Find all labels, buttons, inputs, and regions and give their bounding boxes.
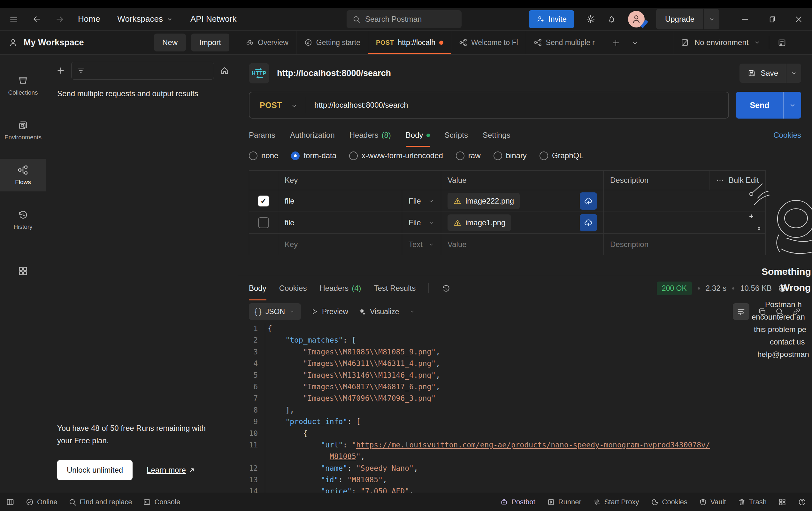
response-tab-body[interactable]: Body <box>249 276 266 301</box>
type-select[interactable]: Text <box>402 234 441 255</box>
description-cell[interactable] <box>603 212 765 233</box>
type-select[interactable]: File <box>402 212 441 233</box>
mode-x-www-form-urlencoded[interactable]: x-www-form-urlencoded <box>349 151 443 160</box>
sidebar-item-more-tools[interactable] <box>0 260 46 282</box>
value-input-placeholder[interactable]: Value <box>441 234 603 255</box>
mode-graphql[interactable]: GraphQL <box>540 151 584 160</box>
row-checkbox-unchecked[interactable] <box>258 217 269 228</box>
nav-forward-icon[interactable] <box>55 14 64 24</box>
console-button[interactable]: Console <box>143 498 180 506</box>
sidebar-item-collections[interactable]: Collections <box>0 69 46 102</box>
tab-settings[interactable]: Settings <box>483 124 511 147</box>
description-cell[interactable] <box>603 190 765 211</box>
type-select[interactable]: File <box>402 190 441 211</box>
tab-overview[interactable]: Overview <box>238 31 296 54</box>
tab-welcome-flows[interactable]: Welcome to Fl <box>452 31 526 54</box>
postbot-button[interactable]: Postbot <box>500 498 535 506</box>
new-tab-button[interactable] <box>611 38 620 47</box>
vault-button[interactable]: Vault <box>699 498 726 506</box>
key-cell[interactable]: file <box>278 190 402 211</box>
mode-form-data[interactable]: form-data <box>291 151 336 160</box>
home-link[interactable]: Home <box>78 14 100 24</box>
save-button[interactable]: Save <box>740 64 801 83</box>
send-options-chevron[interactable] <box>783 92 801 119</box>
tab-scripts[interactable]: Scripts <box>445 124 468 147</box>
response-body-viewer[interactable]: 1234567891011121314 { "top_matches": [ "… <box>238 323 812 493</box>
runner-button[interactable]: Runner <box>547 498 581 506</box>
tab-request-active[interactable]: POST http://localh <box>368 31 452 54</box>
workspace-name[interactable]: My Workspace <box>24 38 84 48</box>
response-format-select[interactable]: { } JSON <box>249 303 301 320</box>
description-input-placeholder[interactable]: Description <box>603 234 765 255</box>
tab-headers[interactable]: Headers (8) <box>349 124 391 147</box>
window-close-button[interactable] <box>794 15 803 24</box>
response-time[interactable]: 2.32 s <box>706 284 726 293</box>
visualize-button[interactable]: Visualize <box>358 307 399 316</box>
learn-more-link[interactable]: Learn more <box>147 465 196 475</box>
response-tab-headers[interactable]: Headers (4) <box>319 276 361 301</box>
unlock-unlimited-button[interactable]: Unlock unlimited <box>57 460 133 480</box>
environment-quick-look-icon[interactable] <box>778 38 786 47</box>
window-minimize-button[interactable] <box>741 15 749 24</box>
import-button[interactable]: Import <box>191 33 229 52</box>
home-icon[interactable] <box>220 66 229 76</box>
form-data-table: Key Value Description Bulk Edit ✓ file F… <box>249 170 766 255</box>
sidebar-item-history[interactable]: History <box>0 204 46 236</box>
invite-button[interactable]: Invite <box>529 10 574 28</box>
upload-file-button[interactable] <box>580 214 597 231</box>
tab-options-chevron[interactable] <box>631 38 639 47</box>
global-search-input[interactable]: Search Postman <box>347 10 462 28</box>
help-icon[interactable] <box>798 498 806 506</box>
new-button[interactable]: New <box>154 33 186 52</box>
online-status[interactable]: Online <box>26 498 58 506</box>
main-menu-icon[interactable] <box>9 14 19 24</box>
tab-getting-started[interactable]: Getting starte <box>296 31 368 54</box>
tab-body[interactable]: Body <box>406 124 430 147</box>
flows-filter-input[interactable] <box>71 62 214 80</box>
sidebar-item-flows[interactable]: Flows <box>0 159 46 192</box>
trash-button[interactable]: Trash <box>737 498 766 506</box>
upload-file-button[interactable] <box>580 192 597 210</box>
mode-binary[interactable]: binary <box>494 151 527 160</box>
panel-layout-icon[interactable] <box>778 498 786 506</box>
tab-send-multiple[interactable]: Send multiple r <box>526 31 603 54</box>
wrap-text-button[interactable] <box>733 303 749 320</box>
key-input-placeholder[interactable]: Key <box>278 234 402 255</box>
response-tab-test-results[interactable]: Test Results <box>374 276 415 301</box>
window-maximize-button[interactable] <box>767 15 776 24</box>
upgrade-button[interactable]: Upgrade <box>656 9 719 29</box>
preview-button[interactable]: Preview <box>311 307 348 316</box>
tab-authorization[interactable]: Authorization <box>290 124 335 147</box>
line-number: 3 <box>238 346 258 358</box>
mode-raw[interactable]: raw <box>456 151 481 160</box>
method-select[interactable]: POST <box>250 101 290 110</box>
send-button[interactable]: Send <box>736 92 801 119</box>
tab-params[interactable]: Params <box>249 124 276 147</box>
add-flow-button[interactable] <box>56 66 65 76</box>
method-chevron[interactable] <box>290 101 306 110</box>
file-chip[interactable]: image1.png <box>447 215 511 231</box>
key-cell[interactable]: file <box>278 212 402 233</box>
response-history-icon[interactable] <box>441 283 451 293</box>
request-url-input[interactable]: http://localhost:8000/search <box>306 101 408 110</box>
upgrade-chevron[interactable] <box>703 9 719 29</box>
toggle-sidebar-icon[interactable] <box>6 498 15 507</box>
save-options-chevron[interactable] <box>786 64 801 83</box>
start-proxy-button[interactable]: Start Proxy <box>593 498 639 506</box>
chevron-down-icon[interactable] <box>409 308 415 315</box>
file-chip[interactable]: image222.png <box>447 193 520 209</box>
row-checkbox-checked[interactable]: ✓ <box>258 196 269 206</box>
workspaces-menu[interactable]: Workspaces <box>117 14 173 24</box>
mode-none[interactable]: none <box>249 151 278 160</box>
api-network-menu[interactable]: API Network <box>191 14 237 24</box>
avatar[interactable] <box>628 11 645 27</box>
cookies-link[interactable]: Cookies <box>773 131 801 140</box>
nav-back-icon[interactable] <box>32 14 41 24</box>
sidebar-item-environments[interactable]: Environments <box>0 114 46 147</box>
notifications-bell-icon[interactable] <box>607 14 616 24</box>
settings-gear-icon[interactable] <box>586 14 596 24</box>
environment-selector[interactable]: No environment <box>673 31 812 54</box>
response-tab-cookies[interactable]: Cookies <box>279 276 307 301</box>
cookies-button[interactable]: Cookies <box>651 498 688 506</box>
find-and-replace-button[interactable]: Find and replace <box>68 498 132 506</box>
